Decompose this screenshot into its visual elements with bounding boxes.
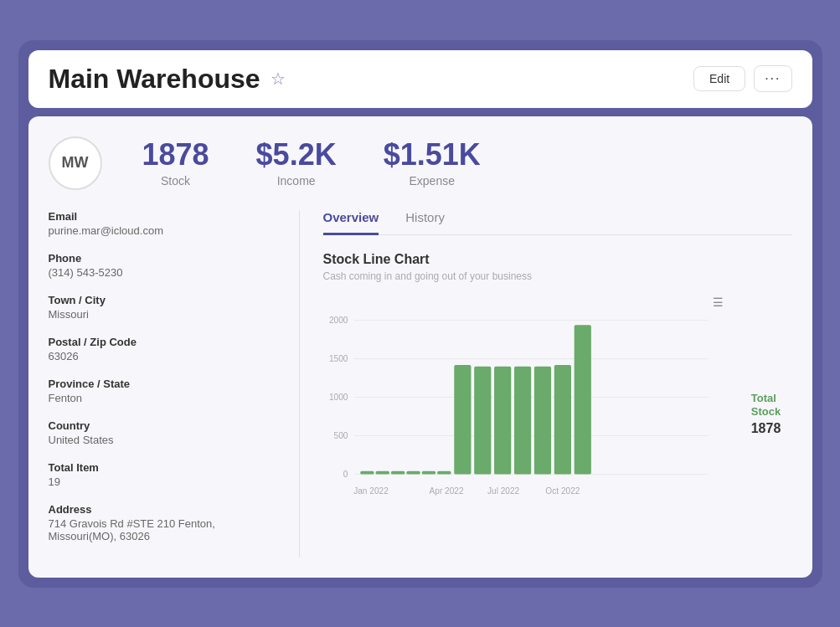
chart-area: ☰ 2000 1500 1000 500 bbox=[323, 296, 792, 533]
avatar-initials: MW bbox=[62, 154, 89, 172]
info-state: Province / State Fenton bbox=[49, 378, 279, 404]
svg-text:1500: 1500 bbox=[328, 354, 348, 363]
star-icon[interactable]: ☆ bbox=[271, 69, 286, 89]
tab-overview[interactable]: Overview bbox=[323, 210, 379, 235]
state-label: Province / State bbox=[49, 378, 279, 390]
chart-subtitle: Cash coming in and going out of your bus… bbox=[323, 270, 792, 282]
svg-rect-11 bbox=[375, 470, 389, 474]
zip-label: Postal / Zip Code bbox=[49, 336, 279, 348]
info-city: Town / City Missouri bbox=[49, 294, 279, 321]
chart-svg-wrapper: ☰ 2000 1500 1000 500 bbox=[323, 296, 724, 533]
email-label: Email bbox=[49, 210, 279, 223]
info-email: Email purine.mar@icloud.com bbox=[49, 210, 279, 237]
svg-text:Jul 2022: Jul 2022 bbox=[487, 486, 519, 495]
svg-text:0: 0 bbox=[343, 470, 348, 479]
svg-text:Apr 2022: Apr 2022 bbox=[429, 486, 463, 495]
svg-rect-10 bbox=[360, 470, 374, 474]
svg-rect-12 bbox=[390, 470, 405, 474]
left-panel: Email purine.mar@icloud.com Phone (314) … bbox=[49, 210, 300, 558]
info-phone: Phone (314) 543-5230 bbox=[49, 252, 279, 279]
phone-value: (314) 543-5230 bbox=[49, 266, 279, 279]
state-value: Fenton bbox=[49, 392, 279, 404]
stock-label: Stock bbox=[142, 174, 209, 188]
svg-rect-18 bbox=[494, 366, 511, 474]
country-value: United States bbox=[49, 434, 279, 446]
more-button[interactable]: ··· bbox=[754, 65, 791, 92]
svg-rect-20 bbox=[533, 366, 550, 474]
phone-label: Phone bbox=[49, 252, 279, 265]
svg-rect-13 bbox=[406, 470, 420, 474]
svg-rect-16 bbox=[454, 365, 471, 475]
svg-rect-22 bbox=[574, 325, 590, 474]
chart-svg: 2000 1500 1000 500 0 bbox=[323, 296, 724, 530]
header-right: Edit ··· bbox=[693, 65, 791, 92]
country-label: Country bbox=[49, 419, 279, 432]
header-left: Main Warehouse ☆ bbox=[49, 64, 286, 95]
svg-rect-14 bbox=[421, 470, 435, 474]
chart-menu-icon[interactable]: ☰ bbox=[713, 296, 724, 309]
total-item-label: Total Item bbox=[49, 461, 279, 474]
info-address: Address 714 Gravois Rd #STE 210 Fenton, … bbox=[49, 503, 279, 542]
stat-income: $5.2K Income bbox=[256, 138, 337, 188]
outer-frame: Main Warehouse ☆ Edit ··· MW 1878 Stock … bbox=[18, 40, 822, 588]
info-country: Country United States bbox=[49, 419, 279, 446]
avatar: MW bbox=[49, 136, 102, 190]
svg-rect-21 bbox=[554, 365, 570, 475]
svg-text:Oct 2022: Oct 2022 bbox=[545, 486, 580, 495]
svg-text:Jan 2022: Jan 2022 bbox=[353, 486, 389, 495]
edit-button[interactable]: Edit bbox=[693, 66, 745, 91]
address-label: Address bbox=[49, 503, 279, 516]
page-title: Main Warehouse bbox=[49, 64, 260, 95]
tab-history[interactable]: History bbox=[405, 210, 445, 235]
svg-rect-19 bbox=[513, 366, 530, 474]
chart-legend: TotalStock 1878 bbox=[734, 296, 792, 533]
expense-value: $1.51K bbox=[384, 138, 481, 172]
income-label: Income bbox=[256, 174, 337, 188]
stock-value: 1878 bbox=[142, 138, 209, 172]
income-value: $5.2K bbox=[256, 138, 337, 172]
svg-text:2000: 2000 bbox=[328, 316, 348, 325]
chart-title: Stock Line Chart bbox=[323, 252, 792, 267]
city-label: Town / City bbox=[49, 294, 279, 306]
stat-expense: $1.51K Expense bbox=[384, 138, 481, 188]
info-total-item: Total Item 19 bbox=[49, 461, 279, 488]
svg-rect-17 bbox=[474, 366, 491, 474]
right-panel: Overview History Stock Line Chart Cash c… bbox=[300, 210, 792, 558]
expense-label: Expense bbox=[384, 174, 481, 188]
email-value: purine.mar@icloud.com bbox=[49, 224, 279, 237]
body-row: Email purine.mar@icloud.com Phone (314) … bbox=[49, 210, 792, 558]
address-value: 714 Gravois Rd #STE 210 Fenton, Missouri… bbox=[49, 517, 279, 542]
zip-value: 63026 bbox=[49, 350, 279, 362]
svg-rect-15 bbox=[437, 470, 451, 474]
svg-text:1000: 1000 bbox=[328, 393, 348, 402]
legend-label: TotalStock bbox=[751, 392, 781, 418]
stat-stock: 1878 Stock bbox=[142, 138, 209, 188]
stats-row: MW 1878 Stock $5.2K Income $1.51K Expens… bbox=[49, 136, 792, 190]
main-content: MW 1878 Stock $5.2K Income $1.51K Expens… bbox=[28, 116, 812, 578]
header-bar: Main Warehouse ☆ Edit ··· bbox=[28, 50, 812, 108]
total-item-value: 19 bbox=[49, 475, 279, 488]
info-zip: Postal / Zip Code 63026 bbox=[49, 336, 279, 362]
tabs: Overview History bbox=[323, 210, 792, 235]
legend-value: 1878 bbox=[751, 421, 781, 436]
city-value: Missouri bbox=[49, 308, 279, 321]
svg-text:500: 500 bbox=[333, 431, 348, 440]
